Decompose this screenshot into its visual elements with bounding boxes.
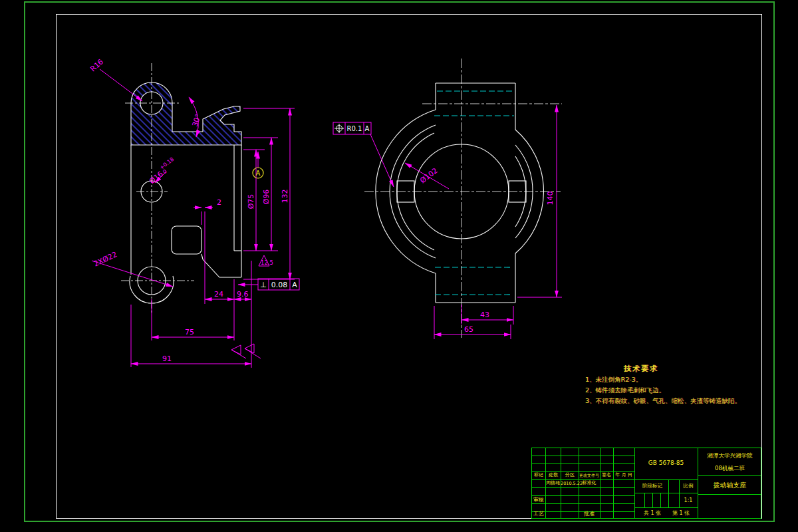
dim-angle: 30° xyxy=(191,113,203,128)
perp-frame-texts: ⊥ 0.08 A xyxy=(260,281,297,289)
datum-a-symbol: A xyxy=(253,168,263,178)
dim-dia96: Ø96 xyxy=(262,190,271,205)
hidden-lines xyxy=(434,91,514,295)
tb-sheet-total: 共 1 张 xyxy=(640,511,665,516)
tb-col-count: 处数 xyxy=(546,473,561,477)
dim-75: 75 xyxy=(185,328,194,336)
tb-part-name: 拨动轴支座 xyxy=(699,482,761,489)
dim-65: 65 xyxy=(464,325,473,334)
right-dim-texts: Ø102 140 43 65 xyxy=(418,166,555,334)
tb-standardization: 标准化 xyxy=(579,481,600,485)
right-outline xyxy=(376,83,544,303)
surface-finish-value: 12.5 xyxy=(261,259,273,266)
dim-43: 43 xyxy=(480,311,489,319)
dim-24: 24 xyxy=(214,290,223,299)
dim-bore-tol-upper: +0.18 xyxy=(158,156,175,171)
tb-check: 审核 xyxy=(532,497,545,503)
left-dim-texts: R16 30° Ø16 +0.18 0 2XØ22 Ø75 Ø96 132 2 … xyxy=(88,57,289,363)
tech-notes-title: 技术要求 xyxy=(624,364,778,374)
section-hatch-region xyxy=(131,82,241,145)
pos-value: R0.1 xyxy=(347,125,362,132)
tb-designer-name: 周德雄 xyxy=(545,481,561,485)
dim-9-6: 9.6 xyxy=(237,290,249,299)
tb-col-zone: 分区 xyxy=(561,473,579,477)
cad-drawing-sheet: R16 30° Ø16 +0.18 0 2XØ22 Ø75 Ø96 132 2 … xyxy=(0,0,798,532)
pos-frame-texts: R0.1 A xyxy=(347,125,370,132)
perp-value: 0.08 xyxy=(271,281,288,289)
pos-datum: A xyxy=(365,125,370,132)
tb-standard: GB 5678-85 xyxy=(634,460,698,466)
right-view: Ø102 140 43 65 R0.1 A xyxy=(333,59,562,339)
tb-sheet-no: 第 1 张 xyxy=(668,511,694,516)
tb-col-date: 年 月 日 xyxy=(613,473,634,477)
right-dim-lines xyxy=(333,105,562,339)
tech-note-3: 3、不得有裂纹、砂眼、气孔、缩松、夹渣等铸造缺陷。 xyxy=(585,396,778,406)
tb-stage-label: 阶段标记 xyxy=(636,483,668,489)
left-view: R16 30° Ø16 +0.18 0 2XØ22 Ø75 Ø96 132 2 … xyxy=(88,57,299,368)
tech-note-2: 2、铸件须去除毛刺和飞边。 xyxy=(585,386,778,395)
position-tolerance-icon xyxy=(334,124,344,133)
tb-design-date: 2010.5.22 xyxy=(561,481,579,486)
perp-symbol: ⊥ xyxy=(260,281,267,289)
dim-two-holes: 2XØ22 xyxy=(92,250,118,269)
tb-scale-label: 比例 xyxy=(679,483,698,489)
perp-datum: A xyxy=(292,281,297,289)
tb-school: 湘潭大学兴湘学院 xyxy=(699,453,761,459)
tb-approve: 批准 xyxy=(581,511,598,517)
tech-note-1: 1、未注倒角R2-3。 xyxy=(585,375,778,384)
dim-132: 132 xyxy=(281,190,289,203)
title-block: 标记 处数 分区 更改文件号 签名 年 月 日 周德雄 2010.5.22 标准… xyxy=(531,448,761,519)
tb-class: 08机械二班 xyxy=(699,466,761,471)
tb-col-sign: 签名 xyxy=(600,473,613,477)
part-outline xyxy=(130,145,241,303)
dim-2: 2 xyxy=(217,198,221,207)
datum-a-label: A xyxy=(256,170,261,177)
tb-col-mark: 标记 xyxy=(532,473,545,477)
tb-process: 工艺 xyxy=(532,511,545,517)
dim-91: 91 xyxy=(162,354,172,363)
tb-col-doc: 更改文件号 xyxy=(579,473,600,477)
tb-scale-value: 1:1 xyxy=(679,498,698,503)
dim-140: 140 xyxy=(546,192,555,205)
tech-notes: 技术要求 1、未注倒角R2-3。 2、铸件须去除毛刺和飞边。 3、不得有裂纹、砂… xyxy=(585,364,778,406)
dim-dia102: Ø102 xyxy=(418,166,440,185)
dim-dia75: Ø75 xyxy=(247,194,255,209)
